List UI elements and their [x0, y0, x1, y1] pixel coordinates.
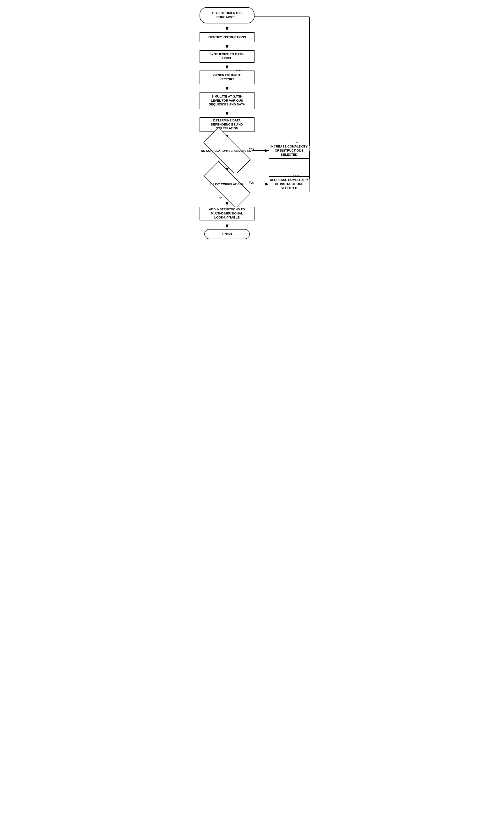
s270-yes-label: Yes [249, 181, 254, 184]
no-correlation-diamond: NO CORRELATION/ DEPENDENCIES? [201, 139, 253, 163]
finish-node: FINISH [204, 229, 250, 239]
increase-complexity-label: INCREASE COMPLEXITY OF INSTRUCTIONS SELE… [271, 145, 308, 157]
generate-input-vectors-label: GENERATE INPUT VECTORS [213, 73, 241, 81]
finish-label: FINISH [222, 232, 232, 236]
simulate-label: SIMULATE AT GATE- LEVEL FOR VARIOUS SEQU… [209, 95, 245, 107]
simulate-node: SIMULATE AT GATE- LEVEL FOR VARIOUS SEQU… [200, 92, 255, 109]
synthesize-node: SYNTHESIZE TO GATE- LEVEL [200, 50, 255, 63]
identify-instructions-node: IDENTIFY INSTRUCTIONS [200, 32, 255, 42]
increase-complexity-node: INCREASE COMPLEXITY OF INSTRUCTIONS SELE… [269, 143, 309, 159]
heavy-correlation-diamond: HEAVY CORRELATION? [201, 173, 253, 196]
generate-input-vectors-node: GENERATE INPUT VECTORS [200, 71, 255, 84]
add-instructions-label: ADD INSTRUCTIONS TO MULTI-DIMENSIONAL LO… [209, 207, 245, 220]
arrows-svg [168, 5, 336, 268]
core-model-label: OBJECT-ORIENTED CORE MODEL [212, 11, 242, 19]
core-model-node: OBJECT-ORIENTED CORE MODEL [200, 7, 255, 23]
s270-no-label: No [219, 196, 222, 200]
identify-instructions-label: IDENTIFY INSTRUCTIONS [208, 35, 246, 39]
add-instructions-node: ADD INSTRUCTIONS TO MULTI-DIMENSIONAL LO… [200, 207, 255, 220]
decrease-complexity-label: DECREASE COMPLEXITY OF INSTRUCTIONS SELE… [270, 178, 308, 190]
determine-data-label: DETERMINE DATA DEPENDENCIES AND CORRELAT… [211, 119, 243, 131]
synthesize-label: SYNTHESIZE TO GATE- LEVEL [209, 52, 244, 60]
decrease-complexity-node: DECREASE COMPLEXITY OF INSTRUCTIONS SELE… [269, 176, 309, 192]
heavy-correlation-label: HEAVY CORRELATION? [210, 183, 243, 186]
flowchart-diagram: OBJECT-ORIENTED CORE MODEL S200 IDENTIFY… [168, 5, 336, 268]
determine-data-node: DETERMINE DATA DEPENDENCIES AND CORRELAT… [200, 117, 255, 132]
no-correlation-label: NO CORRELATION/ DEPENDENCIES? [201, 149, 253, 153]
